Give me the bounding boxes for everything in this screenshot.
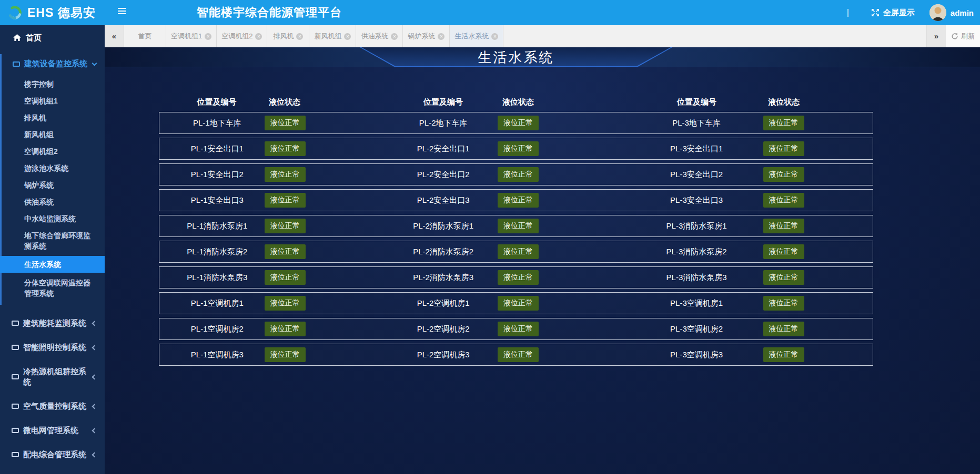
- tab-close-icon[interactable]: ×: [255, 33, 262, 40]
- tab-close-icon[interactable]: ×: [205, 33, 211, 40]
- status-badge: 液位正常: [763, 141, 804, 156]
- tab-锅炉系统[interactable]: 锅炉系统×: [403, 25, 450, 47]
- status-badge: 液位正常: [763, 347, 804, 362]
- brand-logo[interactable]: EHS 德易安: [0, 0, 105, 25]
- location-label: PL-1地下车库: [193, 118, 241, 128]
- sidebar-group-expanded: 建筑设备监控系统 楼宇控制空调机组1排风机新风机组空调机组2游泳池水系统锅炉系统…: [0, 54, 105, 305]
- status-badge: 液位正常: [265, 141, 306, 156]
- sidebar-group-label: 智能照明控制系统: [23, 342, 86, 353]
- tab-scroll-left-button[interactable]: «: [105, 25, 124, 47]
- location-label: PL-2消防水泵房1: [413, 221, 473, 231]
- location-label: PL-1消防水泵房1: [187, 221, 247, 231]
- tab-close-icon[interactable]: ×: [391, 33, 398, 40]
- sidebar-item-中水站监测系统[interactable]: 中水站监测系统: [2, 210, 105, 227]
- chevron-left-icon: [92, 404, 97, 409]
- location-label: PL-3安全出口1: [670, 144, 723, 154]
- tab-label: 锅炉系统: [408, 32, 435, 41]
- fullscreen-button[interactable]: 全屏显示: [871, 8, 915, 18]
- location-label: PL-1安全出口2: [191, 170, 244, 180]
- tab-空调机组2[interactable]: 空调机组2×: [217, 25, 267, 47]
- status-badge: 液位正常: [498, 193, 539, 208]
- sidebar-group-label: 空气质量控制系统: [23, 401, 86, 411]
- sidebar-item-游泳池水系统[interactable]: 游泳池水系统: [2, 160, 105, 177]
- tab-close-icon[interactable]: ×: [491, 33, 498, 40]
- table-row: PL-1消防水泵房3液位正常PL-2消防水泵房3液位正常PL-3消防水泵房3液位…: [159, 266, 873, 288]
- sidebar-group-配电综合管理系统[interactable]: 配电综合管理系统: [0, 442, 105, 467]
- location-label: PL-3消防水泵房2: [666, 247, 727, 257]
- tab-供油系统[interactable]: 供油系统×: [356, 25, 403, 47]
- column-header: 位置及编号: [423, 97, 463, 107]
- table-header-row: 位置及编号液位状态位置及编号液位状态位置及编号液位状态: [159, 97, 873, 108]
- status-badge: 液位正常: [498, 296, 539, 311]
- tab-close-icon[interactable]: ×: [296, 33, 303, 40]
- status-badge: 液位正常: [265, 219, 306, 233]
- sidebar-item-空调机组1[interactable]: 空调机组1: [2, 92, 105, 109]
- sidebar-group-冷热源机组群控系统[interactable]: 冷热源机组群控系统: [0, 359, 105, 394]
- sidebar-group-label: 配电综合管理系统: [23, 449, 86, 460]
- status-badge: 液位正常: [498, 270, 539, 285]
- tab-新风机组[interactable]: 新风机组×: [309, 25, 356, 47]
- location-label: PL-2安全出口1: [417, 144, 470, 154]
- location-label: PL-3安全出口3: [670, 195, 723, 205]
- avatar-person-icon: [930, 4, 946, 21]
- column-header: 液位状态: [502, 97, 534, 107]
- sidebar-item-生活水系统[interactable]: 生活水系统: [0, 256, 105, 273]
- location-label: PL-2空调机房2: [417, 324, 470, 334]
- monitor-icon: [12, 452, 19, 457]
- column-header: 位置及编号: [677, 97, 716, 107]
- tab-label: 空调机组2: [221, 32, 252, 41]
- sidebar-item-home[interactable]: 首页: [0, 25, 105, 44]
- location-label: PL-3空调机房1: [670, 298, 723, 308]
- sidebar-item-楼宇控制[interactable]: 楼宇控制: [2, 76, 105, 92]
- username-label[interactable]: admin: [951, 8, 974, 17]
- tab-label: 生活水系统: [454, 32, 489, 41]
- tab-close-icon[interactable]: ×: [438, 33, 444, 40]
- app-root: EHS 德易安 智能楼宇综合能源管理平台 | 全屏显示: [0, 0, 980, 474]
- sidebar-item-新风机组[interactable]: 新风机组: [2, 126, 105, 143]
- tab-空调机组1[interactable]: 空调机组1×: [166, 25, 217, 47]
- monitor-icon: [12, 374, 19, 379]
- sidebar-item-供油系统[interactable]: 供油系统: [2, 193, 105, 210]
- status-badge: 液位正常: [763, 322, 804, 336]
- tab-首页[interactable]: 首页: [124, 25, 166, 47]
- sidebar-item-空调机组2[interactable]: 空调机组2: [2, 143, 105, 160]
- status-badge: 液位正常: [265, 296, 306, 311]
- refresh-button[interactable]: 刷新: [946, 25, 980, 47]
- fullscreen-icon: [871, 8, 880, 17]
- status-badge: 液位正常: [763, 244, 804, 259]
- sidebar-group-label: 建筑能耗监测系统: [23, 318, 86, 328]
- logo-text: EHS 德易安: [27, 5, 96, 21]
- tab-scroll-right-button[interactable]: »: [926, 25, 946, 47]
- hamburger-menu-icon[interactable]: [118, 8, 127, 17]
- sidebar-group-智能照明控制系统[interactable]: 智能照明控制系统: [0, 335, 105, 359]
- sidebar-item-排风机[interactable]: 排风机: [2, 109, 105, 126]
- refresh-icon: [951, 33, 958, 40]
- table-body: PL-1地下车库液位正常PL-2地下车库液位正常PL-3地下车库液位正常PL-1…: [159, 112, 873, 366]
- column-header: 位置及编号: [197, 97, 236, 107]
- sidebar-group-动力环境监测系统[interactable]: 动力环境监测系统: [0, 467, 105, 474]
- status-badge: 液位正常: [498, 167, 539, 182]
- sidebar-item-分体空调联网温控器管理系统[interactable]: 分体空调联网温控器管理系统: [2, 274, 105, 302]
- status-badge: 液位正常: [265, 322, 306, 336]
- sidebar-group-建筑能耗监测系统[interactable]: 建筑能耗监测系统: [0, 311, 105, 335]
- column-header: 液位状态: [768, 97, 800, 107]
- status-table: 位置及编号液位状态位置及编号液位状态位置及编号液位状态 PL-1地下车库液位正常…: [159, 97, 873, 366]
- tab-生活水系统[interactable]: 生活水系统×: [450, 25, 503, 47]
- location-label: PL-2消防水泵房3: [413, 273, 473, 283]
- tab-label: 供油系统: [361, 32, 388, 41]
- tab-排风机[interactable]: 排风机×: [267, 25, 309, 47]
- status-badge: 液位正常: [265, 167, 306, 182]
- sidebar-item-地下综合管廊环境监测系统[interactable]: 地下综合管廊环境监测系统: [2, 227, 105, 254]
- user-avatar[interactable]: [930, 4, 946, 21]
- status-badge: 液位正常: [498, 141, 539, 156]
- sidebar-group-空气质量控制系统[interactable]: 空气质量控制系统: [0, 394, 105, 418]
- table-row: PL-1消防水泵房1液位正常PL-2消防水泵房1液位正常PL-3消防水泵房1液位…: [159, 215, 873, 237]
- location-label: PL-2空调机房3: [417, 350, 470, 360]
- sidebar-group-微电网管理系统[interactable]: 微电网管理系统: [0, 418, 105, 442]
- page-title: 生活水系统: [159, 48, 873, 67]
- tab-close-icon[interactable]: ×: [344, 33, 351, 40]
- status-badge: 液位正常: [763, 296, 804, 311]
- location-label: PL-3地下车库: [672, 118, 721, 128]
- sidebar-item-锅炉系统[interactable]: 锅炉系统: [2, 177, 105, 193]
- sidebar-group-building-equipment[interactable]: 建筑设备监控系统: [2, 54, 105, 74]
